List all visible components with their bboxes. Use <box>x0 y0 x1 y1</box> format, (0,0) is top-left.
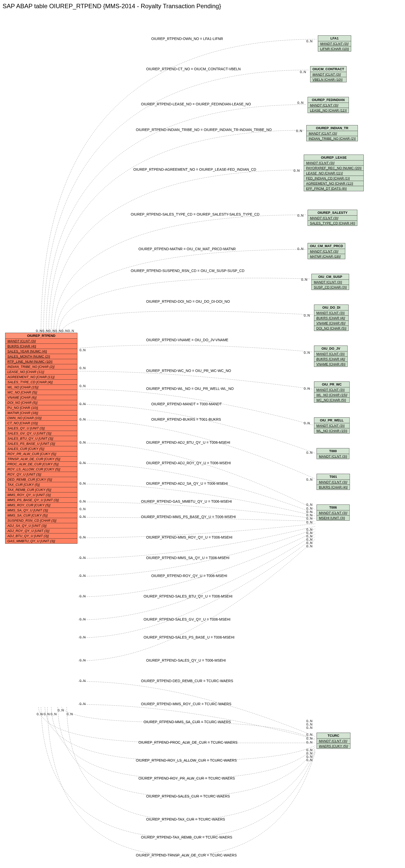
cardinality-label: 0..N <box>80 594 86 598</box>
entity-field: AGREEMENT_NO [CHAR (11)] <box>304 181 364 186</box>
entity-header: OIUREP_INDIAN_TR <box>307 125 357 131</box>
entity-header: OIUREP_RTPEND <box>5 333 77 339</box>
entity-oiurep-fedindian: OIUREP_FEDINDIANMANDT [CLNT (3)]LEASE_NO… <box>308 97 349 113</box>
cardinality-label: 0..N <box>80 461 86 465</box>
cardinality-label: 0..N <box>80 679 86 683</box>
entity-field: MANDT [CLNT (3)] <box>308 249 345 254</box>
entity-field: VNAME [CHAR (6)] <box>5 395 77 400</box>
cardinality-label: 0..N <box>80 635 86 639</box>
entity-field: MANDT [CLNT (3)] <box>317 479 350 485</box>
cardinality-label: 0..N <box>80 515 86 519</box>
cardinality-label: 0..N <box>297 101 304 104</box>
entity-field: ADJ_ROY_QY_U [UNIT (3)] <box>5 528 77 533</box>
page-title: SAP ABAP table OIUREP_RTPEND {MMS-2014 -… <box>3 3 405 10</box>
entity-field: MANDT [CLNT (3)] <box>314 351 347 356</box>
relationship-label: OIUREP_RTPEND-MMS_SA_QY_U = T006-MSEHI <box>146 556 229 560</box>
cardinality-label: 0..N <box>80 702 86 706</box>
relationship-label: OIUREP_RTPEND-MANDT = T000-MANDT <box>151 402 222 406</box>
entity-oiu-do-jv: OIU_DO_JVMANDT [CLNT (3)]BUKRS [CHAR (4)… <box>314 346 348 367</box>
cardinality-label: 0..N <box>80 556 86 560</box>
relationship-label: OIUREP_RTPEND-ADJ_SA_QY_U = T006-MSEHI <box>146 482 228 486</box>
relationship-label: OIUREP_RTPEND-MMS_SA_CUR = TCURC-WAERS <box>144 720 231 724</box>
cardinality-label: 0..N <box>306 544 312 548</box>
cardinality-label: 0..N <box>304 421 310 425</box>
entity-field: DOI_NO [CHAR (5)] <box>5 400 77 405</box>
cardinality-label: 0..N <box>42 329 49 333</box>
entity-field: WL_NO [CHAR (15)] <box>314 428 349 433</box>
entity-field: SALES_GV_QY_U [UNIT (3)] <box>5 431 77 436</box>
entity-field: ROY_QY_U [UNIT (3)] <box>5 472 77 477</box>
entity-oiurep-rtpend: OIUREP_RTPEND MANDT [CLNT (3)]BUKRS [CHA… <box>5 333 77 544</box>
cardinality-label: 0..N <box>67 712 73 716</box>
entity-field: WAERS [CUKY (5)] <box>317 744 350 748</box>
cardinality-label: 0..N <box>296 129 302 133</box>
cardinality-label: 0..N <box>80 507 86 511</box>
cardinality-label: 0..N <box>51 712 57 716</box>
entity-field: MANDT [CLNT (3)] <box>314 423 349 428</box>
entity-field: SALES_BTU_QY_U [UNIT (3)] <box>5 436 77 441</box>
relationship-label: OIUREP_RTPEND-SALES_GV_QY_U = T006-MSEHI <box>144 617 230 621</box>
cardinality-label: 0..N <box>304 313 310 317</box>
cardinality-label: 0..N <box>55 329 61 333</box>
entity-field: PU_NO [CHAR (10)] <box>5 405 77 410</box>
entity-field: MANDT [CLNT (3)] <box>304 160 364 165</box>
relationship-label: OIUREP_RTPEND-WL_NO = OIU_PR_WELL-WL_NO <box>146 386 234 391</box>
cardinality-label: 0..N <box>304 386 310 391</box>
entity-header: OIUREP_FEDINDIAN <box>308 97 349 103</box>
relationship-label: OIUREP_RTPEND-SALES_CUR = TCURC-WAERS <box>146 794 230 798</box>
entity-field: BUKRS [CHAR (4)] <box>314 356 347 362</box>
entity-field: SALES_QY_U [UNIT (3)] <box>5 426 77 431</box>
entity-field: VNAME [CHAR (6)] <box>314 362 347 367</box>
entity-field: SALES_PS_BASE_U [UNIT (3)] <box>5 441 77 446</box>
entity-field: MMS_PS_BASE_QY_U [UNIT (3)] <box>5 498 77 503</box>
entity-field: GAS_MMBTU_QY_U [UNIT (3)] <box>5 538 77 544</box>
cardinality-label: 0..N <box>306 726 312 730</box>
entity-field: ADJ_SA_QY_U [UNIT (3)] <box>5 523 77 528</box>
entity-header: OIU_CM_SUSP <box>312 274 349 280</box>
entity-field: INDIAN_TRIBE_NO [CHAR (2)] <box>5 364 77 369</box>
relationship-label: OIUREP_RTPEND-VNAME = OIU_DO_JV-VNAME <box>146 338 228 342</box>
relationship-label: OIUREP_RTPEND-CT_NO = OIUCM_CONTRACT-VBE… <box>146 67 241 71</box>
entity-field: MMS_ROY_QY_U [UNIT (3)] <box>5 492 77 498</box>
relationship-label: OIUREP_RTPEND-BUKRS = T001-BUKRS <box>151 417 221 422</box>
entity-t001: T001MANDT [CLNT (3)]BUKRS [CHAR (4)] <box>317 474 350 490</box>
relationship-label: OIUREP_RTPEND-MMS_ROY_QY_U = T006-MSEHI <box>146 535 232 539</box>
relationship-label: OIUREP_RTPEND-LEASE_NO = OIUREP_FEDINDIA… <box>141 102 251 106</box>
cardinality-label: 0..N <box>306 737 312 740</box>
entity-oiucm-contract: OIUCM_CONTRACTMANDT [CLNT (3)]VBELN [CHA… <box>310 66 347 82</box>
entity-field: LEASE_NO [CHAR (11)] <box>304 171 364 176</box>
cardinality-label: 0..N <box>300 70 306 74</box>
entity-field: MANDT [CLNT (3)] <box>5 339 77 344</box>
entity-tcurc: TCURCMANDT [CLNT (3)]WAERS [CUKY (5)] <box>317 733 350 749</box>
cardinality-label: 0..N <box>37 712 43 716</box>
entity-field: WL_NO [CHAR (15)] <box>314 393 349 398</box>
entity-t006: T006MANDT [CLNT (3)]MSEHI [UNIT (3)] <box>317 504 350 521</box>
relationship-label: OIUREP_RTPEND-ROY_LS_ALLOW_CUR = TCURC-W… <box>136 758 237 763</box>
cardinality-label: 0..N <box>293 169 300 173</box>
entity-field: PROC_ALW_DE_CUR [CUKY (5)] <box>5 462 77 467</box>
entity-field: MANDT [CLNT (3)] <box>308 216 357 221</box>
entity-header: T006 <box>317 505 349 510</box>
cardinality-label: 0..N <box>80 482 86 485</box>
entity-header: T001 <box>317 474 350 479</box>
entity-field: MANDT [CLNT (3)] <box>317 739 350 744</box>
entity-field: SALES_MONTH [NUMC (2)] <box>5 354 77 359</box>
cardinality-label: 0..N <box>80 535 86 539</box>
relationship-label: OIUREP_RTPEND-ROY_QY_U = T006-MSEHI <box>151 574 227 578</box>
relationship-label: OIUREP_RTPEND-SALES_TYPE_CD = OIUREP_SAL… <box>131 212 259 216</box>
entity-field: MMS_ROY_CUR [CUKY (5)] <box>5 503 77 508</box>
cardinality-label: 0..N <box>306 39 312 43</box>
entity-field: MANDT [CLNT (3)] <box>314 310 348 316</box>
relationship-label: OIUREP_RTPEND-ADJ_BTU_QY_U = T006-MSEHI <box>146 440 230 444</box>
cardinality-label: 0..N <box>306 758 312 762</box>
cardinality-label: 0..N <box>80 384 86 388</box>
relationship-label: OIUREP_RTPEND-AGREEMENT_NO = OIUREP_LEAS… <box>133 167 256 172</box>
entity-field: ROY_LS_ALLOW_CUR [CUKY (5)] <box>5 467 77 472</box>
entity-header: OIU_DO_DI <box>314 305 348 310</box>
relationship-label: OIUREP_RTPEND-WC_NO = OIU_PR_WC-WC_NO <box>146 369 231 373</box>
cardinality-label: 0..N <box>80 348 86 352</box>
entity-header: OIU_DO_JV <box>314 346 347 351</box>
relationship-label: OIUREP_RTPEND-DOI_NO = OIU_DO_DI-DOI_NO <box>146 300 230 304</box>
entity-field: MANDT [CLNT (3)] <box>310 72 346 77</box>
entity-field: SUSPEND_RSN_CD [CHAR (3)] <box>5 518 77 523</box>
